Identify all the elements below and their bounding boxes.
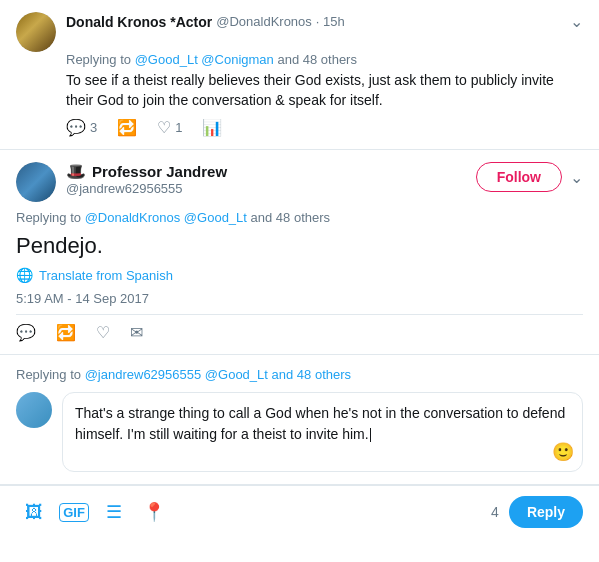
mail-icon: ✉ [130, 323, 143, 342]
tweet-1-text: To see if a theist really believes their… [66, 71, 583, 110]
like-icon: ♡ [157, 118, 171, 137]
tweet-1-like-action[interactable]: ♡ 1 [157, 118, 182, 137]
list-icon: ☰ [106, 501, 122, 523]
reply-button[interactable]: Reply [509, 496, 583, 528]
globe-icon: 🌐 [16, 267, 33, 283]
retweet-icon-2: 🔁 [56, 323, 76, 342]
gif-button[interactable]: GIF [56, 494, 92, 530]
compose-replying-to: Replying to @jandrew62956555 @Good_Lt an… [16, 367, 583, 382]
image-icon: 🖼 [25, 502, 43, 523]
toolbar-icons: 🖼 GIF ☰ 📍 [16, 494, 491, 530]
tweet-2: 🎩 Professor Jandrew @jandrew62956555 Fol… [0, 150, 599, 355]
compose-mention-link[interactable]: @jandrew62956555 @Good_Lt and 48 others [85, 367, 351, 382]
like-icon-2: ♡ [96, 323, 110, 342]
tweet-2-body: Replying to @DonaldKronos @Good_Lt and 4… [16, 210, 583, 342]
profile-handle-professor: @jandrew62956555 [66, 181, 466, 196]
compose-avatar [16, 392, 52, 428]
reply-icon-2: 💬 [16, 323, 36, 342]
tweet-1: Donald Kronos *Actor @DonaldKronos · 15h… [0, 0, 599, 150]
tweet-2-timestamp: 5:19 AM - 14 Sep 2017 [16, 291, 583, 306]
tweet-1-actions: 💬 3 🔁 ♡ 1 📊 [66, 118, 583, 137]
translate-row[interactable]: 🌐 Translate from Spanish [16, 267, 583, 283]
tweet-2-mention-link[interactable]: @DonaldKronos @Good_Lt [85, 210, 247, 225]
location-button[interactable]: 📍 [136, 494, 172, 530]
tweet-1-like-count: 1 [175, 120, 182, 135]
tweet-1-mention-link[interactable]: @Good_Lt @Conigman [135, 52, 274, 67]
compose-row: That's a strange thing to call a God whe… [16, 392, 583, 472]
tweet-2-like-action[interactable]: ♡ [96, 323, 110, 342]
compose-section: Replying to @jandrew62956555 @Good_Lt an… [0, 355, 599, 485]
tweet-2-replying: Replying to @DonaldKronos @Good_Lt and 4… [16, 210, 583, 225]
profile-info: 🎩 Professor Jandrew @jandrew62956555 [66, 162, 466, 196]
tweet-1-author: Donald Kronos *Actor @DonaldKronos · 15h [66, 14, 345, 30]
tweet-2-profile-row: 🎩 Professor Jandrew @jandrew62956555 Fol… [16, 162, 583, 202]
compose-reply-text: That's a strange thing to call a God whe… [75, 405, 565, 442]
tweet-2-retweet-action[interactable]: 🔁 [56, 323, 76, 342]
image-upload-button[interactable]: 🖼 [16, 494, 52, 530]
tweet-2-reply-action[interactable]: 💬 [16, 323, 36, 342]
profile-name-professor: Professor Jandrew [92, 163, 227, 180]
compose-cursor [370, 428, 371, 442]
avatar-image-professor [16, 162, 56, 202]
avatar-donald[interactable] [16, 12, 56, 52]
tweet-2-chevron-down-icon[interactable]: ⌄ [570, 168, 583, 187]
tweet-2-actions: 💬 🔁 ♡ ✉ [16, 314, 583, 342]
tweet-1-replying: Replying to @Good_Lt @Conigman and 48 ot… [66, 52, 583, 67]
tweet-1-analytics-action[interactable]: 📊 [202, 118, 222, 137]
compose-text: That's a strange thing to call a God whe… [75, 403, 570, 445]
hat-emoji-icon: 🎩 [66, 162, 86, 181]
avatar-professor[interactable] [16, 162, 56, 202]
analytics-icon: 📊 [202, 118, 222, 137]
tweet-1-body: Replying to @Good_Lt @Conigman and 48 ot… [66, 52, 583, 137]
retweet-icon: 🔁 [117, 118, 137, 137]
tweet-1-chevron-down-icon[interactable]: ⌄ [570, 12, 583, 31]
compose-box[interactable]: That's a strange thing to call a God whe… [62, 392, 583, 472]
tweet-2-mail-action[interactable]: ✉ [130, 323, 143, 342]
tweet-1-retweet-action[interactable]: 🔁 [117, 118, 137, 137]
tweet-1-meta: Donald Kronos *Actor @DonaldKronos · 15h… [66, 12, 583, 31]
poll-button[interactable]: ☰ [96, 494, 132, 530]
char-count: 4 [491, 504, 499, 520]
tweet-1-reply-action[interactable]: 💬 3 [66, 118, 97, 137]
author-name-donald: Donald Kronos *Actor [66, 14, 212, 30]
author-handle-donald: @DonaldKronos [216, 14, 312, 29]
compose-emoji-icon[interactable]: 🙂 [552, 441, 574, 463]
tweet-1-header: Donald Kronos *Actor @DonaldKronos · 15h… [16, 12, 583, 52]
translate-label: Translate from Spanish [39, 268, 173, 283]
tweet-1-time: · 15h [316, 14, 345, 29]
tweet-2-main-text: Pendejo. [16, 233, 583, 259]
gif-icon: GIF [59, 503, 89, 522]
avatar-image-donald [16, 12, 56, 52]
profile-actions: Follow ⌄ [476, 162, 583, 192]
compose-toolbar: 🖼 GIF ☰ 📍 4 Reply [0, 485, 599, 538]
profile-name-row: 🎩 Professor Jandrew [66, 162, 466, 181]
follow-button[interactable]: Follow [476, 162, 562, 192]
reply-icon: 💬 [66, 118, 86, 137]
location-icon: 📍 [143, 501, 165, 523]
tweet-1-reply-count: 3 [90, 120, 97, 135]
